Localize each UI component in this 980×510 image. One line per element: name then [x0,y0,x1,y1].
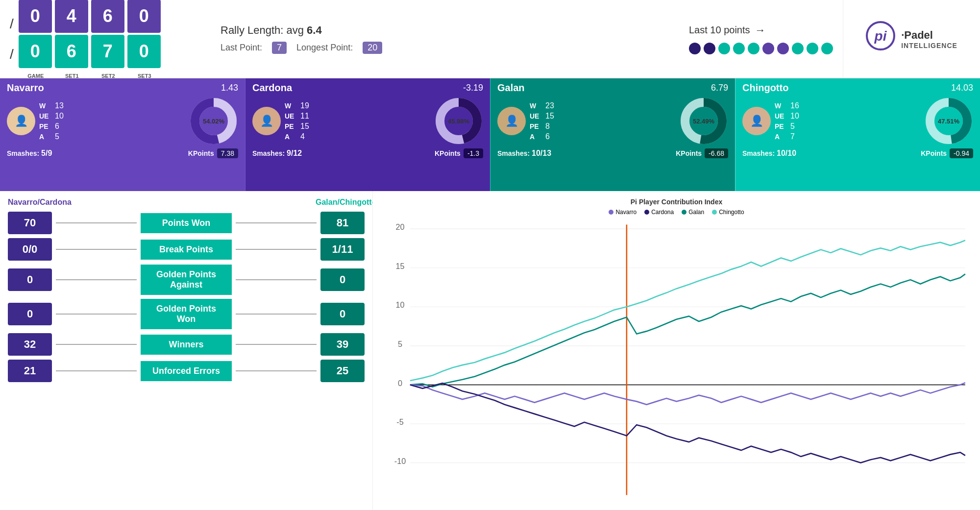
navarro-score: 1.43 [221,83,238,93]
chingotto-pct: 47.51% [938,118,959,125]
chart-svg-area: 20 15 10 5 0 -5 -10 [383,219,970,500]
chart-panel: Pi Player Contribution Index Navarro Car… [372,191,980,510]
chingotto-name: Chingotto [742,82,788,94]
player-card-chingotto: Chingotto 14.03 👤 W16 UE10 PE5 A7 47.51% [735,78,980,191]
score-set3-t1: 0 [127,0,161,33]
logo-padel: ·Padel [901,29,933,42]
galan-header: Galan 6.79 [497,82,728,94]
unforced-left: 21 [8,360,52,382]
cardona-score: -3.19 [463,83,483,93]
navarro-footer: Smashes: 5/9 KPoints 7.38 [7,148,238,158]
dot-1 [689,43,701,54]
chart-legend: Navarro Cardona Galan Chingotto [383,209,970,216]
golden-against-label: Golden Points Against [141,265,231,295]
score-set2-t2: 7 [91,35,124,68]
slash-top: / [10,16,14,32]
chart-title: Pi Player Contribution Index [383,198,970,206]
winners-left: 32 [8,333,52,356]
svg-text:-10: -10 [394,456,406,465]
label-set2: SET2 [91,73,125,79]
svg-text:0: 0 [398,378,402,388]
row-break-points: 0/0 Break Points 1/11 [8,238,365,261]
longest-label: Longest Point: [296,43,353,53]
dot-6 [762,43,774,54]
navarro-pct: 54.02% [203,118,224,125]
cardona-footer: Smashes: 9/12 KPoints -1.3 [252,148,483,158]
chingotto-avatar: 👤 [742,107,771,135]
chingotto-score: 14.03 [951,83,973,93]
team-left-header: Navarro/Cardona [8,198,57,207]
logo-intelligence: Intelligence [901,42,957,49]
longest-value: 20 [363,42,382,54]
label-game: GAME [19,73,53,79]
score-set1-t1: 4 [55,0,88,33]
score-labels: GAME SET1 SET2 SET3 [19,73,162,79]
player-card-navarro: Navarro 1.43 👤 W13 UE10 PE6 A5 [0,78,245,191]
chingotto-legend-dot [712,210,717,215]
last-point-label: Last Point: [220,43,262,53]
svg-text:20: 20 [396,222,405,232]
svg-text:15: 15 [396,261,405,270]
golden-against-left: 0 [8,268,52,291]
score-game-t1: 0 [19,0,52,33]
legend-galan: Galan [682,209,704,216]
score-game-t2: 0 [19,35,52,68]
score-set2-t1: 6 [91,0,124,33]
chingotto-donut: 47.51% [924,97,973,146]
break-points-left: 0/0 [8,238,52,261]
galan-donut: 52.49% [679,97,728,146]
score-slash: / / [10,16,14,62]
last10-text: Last 10 points [689,24,750,36]
navarro-smashes: Smashes: 5/9 [7,149,52,158]
bottom-section: Navarro/Cardona Galan/Chingotto 70 Point… [0,191,980,510]
score-set3-t2: 0 [127,35,161,68]
row-golden-against: 0 Golden Points Against 0 [8,265,365,295]
row-points-won: 70 Points Won 81 [8,212,365,234]
rally-avg: 6.4 [307,24,322,36]
logo-icon: pi [866,21,895,57]
dot-2 [704,43,715,54]
rally-section: Rally Length: avg 6.4 Last Point: 7 Long… [206,0,679,78]
points-won-right: 81 [320,212,365,234]
chingotto-header: Chingotto 14.03 [742,82,973,94]
chingotto-kpoints: -0.94 [950,148,973,158]
svg-text:5: 5 [398,340,402,349]
row-golden-won: 0 Golden Points Won 0 [8,299,365,329]
legend-chingotto: Chingotto [712,209,744,216]
galan-footer: Smashes: 10/13 KPoints -6.68 [497,148,728,158]
cardona-smashes: Smashes: 9/12 [252,149,302,158]
chingotto-footer: Smashes: 10/10 KPoints -0.94 [742,148,973,158]
navarro-kpoints: 7.38 [217,148,238,158]
cardona-donut: 45.98% [434,97,483,146]
team-right-header: Galan/Chingotto [316,198,365,207]
dot-8 [792,43,804,54]
row-winners: 32 Winners 39 [8,333,365,356]
golden-won-label: Golden Points Won [141,299,231,329]
galan-stats: W23 UE15 PE8 A6 [530,101,675,141]
dot-5 [748,43,760,54]
galan-pct: 52.49% [693,118,714,125]
last10-section: Last 10 points → [679,0,843,78]
chingotto-body: 👤 W16 UE10 PE5 A7 47.51% [742,97,973,146]
golden-against-right: 0 [320,268,365,291]
navarro-legend-dot [609,210,613,215]
galan-smashes: Smashes: 10/13 [497,149,551,158]
top-section: / / 0 4 6 0 0 6 7 0 GAME SET1 SET2 SET3 [0,0,980,78]
player-card-galan: Galan 6.79 👤 W23 UE15 PE8 A6 52.49% S [490,78,735,191]
golden-won-right: 0 [320,303,365,325]
svg-text:pi: pi [874,28,887,44]
arrow-right-icon: → [755,24,766,37]
score-panel: / / 0 4 6 0 0 6 7 0 GAME SET1 SET2 SET3 [0,0,206,78]
navarro-body: 👤 W13 UE10 PE6 A5 54.02% [7,97,238,146]
chingotto-smashes: Smashes: 10/10 [742,149,796,158]
last10-title: Last 10 points → [689,24,833,37]
winners-label: Winners [141,335,231,355]
score-set1-t2: 6 [55,35,88,68]
stats-table-panel: Navarro/Cardona Galan/Chingotto 70 Point… [0,191,372,510]
galan-legend-dot [682,210,686,215]
cardona-stats: W19 UE11 PE15 A4 [285,101,430,141]
galan-body: 👤 W23 UE15 PE8 A6 52.49% [497,97,728,146]
label-set1: SET1 [55,73,89,79]
unforced-label: Unforced Errors [141,361,231,381]
navarro-donut: 54.02% [189,97,238,146]
